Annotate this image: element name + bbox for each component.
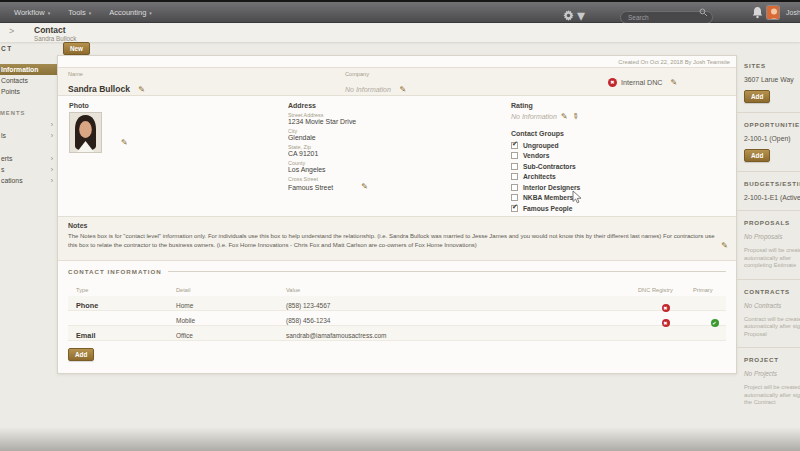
- add-contact-info-button[interactable]: Add: [68, 348, 94, 361]
- opportunities-section: OPPORTUNITIES 2-100-1 (Open) Add: [737, 112, 800, 171]
- sidebar-item-contacts[interactable]: Contacts: [0, 75, 57, 86]
- edit-rating-icon[interactable]: ✎: [561, 112, 568, 121]
- chevron-right-icon: ›: [51, 175, 53, 186]
- sidebar-item-label: erts: [1, 155, 12, 162]
- edit-photo-icon[interactable]: ✎: [121, 138, 128, 147]
- group-row-architects: Architects: [511, 172, 733, 183]
- menu-workflow[interactable]: Workflow ▾: [8, 8, 62, 17]
- group-row-famous-people: ✔ Famous People: [511, 203, 733, 214]
- sidebar-item-information[interactable]: Information: [0, 64, 57, 75]
- opportunity-link[interactable]: 2-100-1 (Open): [744, 135, 800, 142]
- opportunities-heading: OPPORTUNITIES: [744, 121, 800, 128]
- checkbox-subcontractors[interactable]: [511, 163, 518, 170]
- menu-accounting-label: Accounting: [109, 8, 146, 17]
- contracts-heading: CONTRACTS: [744, 288, 800, 295]
- name-label: Name: [68, 71, 345, 77]
- sidebar-item-label: s: [1, 166, 4, 173]
- global-search: [620, 6, 713, 19]
- sidebar-item-5[interactable]: ls ›: [0, 130, 57, 141]
- notes-text: The Notes box is for "contact level" inf…: [68, 232, 716, 249]
- edit-address-icon[interactable]: ✎: [361, 182, 368, 191]
- col-type: Type: [76, 287, 176, 293]
- contracts-empty-text: No Contracts: [744, 302, 800, 309]
- contact-groups-heading: Contact Groups: [511, 130, 733, 137]
- user-avatar[interactable]: [766, 5, 780, 20]
- checkbox-famous-people[interactable]: ✔: [511, 205, 518, 212]
- project-section: PROJECT No Projects Project will be crea…: [737, 347, 800, 416]
- address-section: Address Street Address 1234 Movie Star D…: [288, 102, 458, 194]
- chevron-down-icon: ▾: [89, 10, 92, 16]
- chevron-right-icon: ›: [51, 119, 53, 130]
- name-field: Name Sandra Bullock ✎: [68, 71, 345, 90]
- table-row-phone-mobile: Mobile (858) 456-1234 ✖ ✔: [68, 311, 726, 326]
- checkbox-ungrouped[interactable]: ✔: [511, 142, 518, 149]
- edit-dnc-icon[interactable]: ✎: [671, 78, 678, 87]
- project-empty-text: No Projects: [744, 370, 800, 377]
- sidebar-item-label: ls: [1, 132, 6, 139]
- sidebar-item-7[interactable]: s ›: [0, 164, 57, 175]
- left-sidebar: Information Contacts Points MENTS › ls ›…: [0, 64, 57, 186]
- sidebar-item-label: Contacts: [1, 77, 28, 84]
- user-avatar-image: [767, 6, 780, 20]
- edit-company-icon[interactable]: ✎: [399, 85, 406, 94]
- sites-heading: SITES: [744, 62, 800, 69]
- notifications-bell-icon[interactable]: [752, 6, 763, 19]
- name-row: Name Sandra Bullock ✎ Company No Informa…: [58, 67, 736, 96]
- group-label: Famous People: [523, 205, 572, 212]
- col-detail: Detail: [176, 287, 286, 293]
- dnc-status-icon: ✖: [608, 78, 617, 87]
- sidebar-item-4[interactable]: ›: [0, 119, 57, 130]
- contact-card: Created On Oct 22, 2018 By Josh Teamsite…: [57, 55, 737, 374]
- pin-icon[interactable]: ✎: [570, 111, 581, 122]
- statezip-value: CA 91201: [288, 150, 458, 157]
- search-icon[interactable]: [699, 8, 708, 17]
- add-opportunity-button[interactable]: Add: [744, 149, 770, 162]
- sites-section: SITES 3607 Larue Way Add: [737, 54, 800, 112]
- new-button[interactable]: New: [63, 42, 90, 55]
- checkbox-interior-designers[interactable]: [511, 184, 518, 191]
- rating-value: No Information: [511, 113, 557, 120]
- col-primary: Primary: [693, 287, 736, 293]
- checkbox-nkba-members[interactable]: [511, 194, 518, 201]
- address-heading: Address: [288, 102, 458, 109]
- proposals-section: PROPOSALS No Proposals Proposal will be …: [737, 210, 800, 279]
- checkmark-icon: ✔: [512, 203, 518, 211]
- edit-name-icon[interactable]: ✎: [138, 85, 145, 94]
- group-label: NKBA Members: [523, 194, 573, 201]
- table-row-email-office: Email Office sandrab@iamafamousactress.c…: [68, 326, 726, 341]
- created-on-text: Created On Oct 22, 2018 By Josh Teamsite: [58, 56, 736, 67]
- site-link[interactable]: 3607 Larue Way: [744, 76, 800, 83]
- edit-notes-icon[interactable]: ✎: [721, 241, 728, 250]
- contact-photo-image: [70, 113, 101, 152]
- menu-accounting[interactable]: Accounting ▾: [103, 8, 164, 17]
- notes-heading: Notes: [68, 222, 712, 229]
- company-value: No Information: [345, 86, 391, 93]
- right-sidebar: SITES 3607 Larue Way Add OPPORTUNITIES 2…: [737, 42, 800, 416]
- contact-info-section: CONTACT INFORMATION Type Detail Value DN…: [58, 261, 736, 373]
- address-field-street: Street Address 1234 Movie Star Drive: [288, 112, 458, 125]
- sidebar-item-6[interactable]: erts ›: [0, 153, 57, 164]
- gear-icon: [563, 10, 574, 21]
- divider: [168, 271, 726, 272]
- breadcrumb: > Contact Sandra Bullock: [0, 23, 800, 42]
- photo-label: Photo: [69, 102, 102, 109]
- contact-photo[interactable]: [69, 112, 102, 153]
- checkbox-architects[interactable]: [511, 173, 518, 180]
- group-label: Architects: [523, 173, 556, 180]
- page-title: Contact: [34, 25, 66, 35]
- address-field-county: County Los Angeles: [288, 160, 458, 173]
- sidebar-item-points[interactable]: Points: [0, 86, 57, 97]
- chevron-down-icon: ▾: [149, 10, 152, 16]
- add-site-button[interactable]: Add: [744, 90, 770, 103]
- bottom-vignette: [0, 427, 800, 451]
- menu-tools[interactable]: Tools ▾: [62, 8, 103, 17]
- top-nav-bar: Workflow ▾ Tools ▾ Accounting ▾ ▾: [0, 2, 800, 23]
- estimate-link[interactable]: 2-100-1-E1 (Active): [744, 194, 800, 201]
- county-value: Los Angeles: [288, 166, 458, 173]
- menu-workflow-label: Workflow: [14, 8, 45, 17]
- photo-section: Photo ✎: [69, 102, 102, 153]
- checkbox-vendors[interactable]: [511, 152, 518, 159]
- notes-section: Notes The Notes box is for "contact leve…: [58, 216, 736, 261]
- sidebar-item-8[interactable]: cations ›: [0, 175, 57, 186]
- user-name[interactable]: Josh Teamsite: [786, 9, 800, 16]
